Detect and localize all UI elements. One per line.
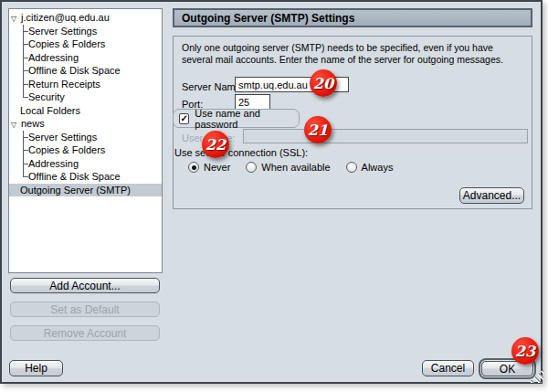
tree-item-outgoing-server-smtp[interactable]: Outgoing Server (SMTP) [9, 184, 162, 197]
callout-badge-23: 23 [511, 337, 539, 365]
tree-item-label: Copies & Folders [28, 144, 105, 155]
tree-item-addressing[interactable]: Addressing [9, 51, 162, 65]
tree-item-label: news [21, 118, 45, 129]
tree-item-label: Offline & Disk Space [28, 171, 121, 182]
ssl-radio-always[interactable] [346, 162, 357, 173]
ssl-radio-group: Never When available Always [188, 161, 393, 174]
tree-item-label: Security [28, 91, 65, 102]
tree-item-offline-disk-space[interactable]: Offline & Disk Space [9, 64, 162, 78]
accounts-tree-panel: ▽j.citizen@uq.edu.au Server Settings Cop… [8, 8, 163, 273]
tree-item-label: Return Receipts [28, 79, 100, 90]
tree-item-copies-folders[interactable]: Copies & Folders [9, 37, 162, 51]
ssl-radio-never[interactable] [188, 162, 199, 173]
account-settings-dialog: ▽j.citizen@uq.edu.au Server Settings Cop… [0, 0, 543, 384]
panel-header: Outgoing Server (SMTP) Settings [173, 8, 532, 27]
ssl-radio-when-available[interactable] [246, 162, 257, 173]
panel-title: Outgoing Server (SMTP) Settings [182, 12, 354, 25]
tree-item-security[interactable]: Security [9, 90, 162, 104]
advanced-button[interactable]: Advanced... [459, 187, 524, 204]
use-name-password-group: ✓ Use name and password [173, 109, 300, 128]
tree-item-label: Addressing [28, 52, 79, 63]
tree-item-return-receipts[interactable]: Return Receipts [9, 78, 162, 91]
use-name-password-label: Use name and password [195, 108, 299, 130]
user-name-input [243, 129, 528, 143]
checkmark-icon: ✓ [180, 114, 187, 123]
tree-item-label: j.citizen@uq.edu.au [21, 12, 110, 23]
callout-badge-21: 21 [304, 116, 332, 143]
tree-item-label: Server Settings [28, 26, 97, 37]
tree-item-local-folders[interactable]: Local Folders [9, 104, 162, 118]
tree-item-news-addressing[interactable]: Addressing [9, 157, 162, 171]
tree-item-label: Copies & Folders [28, 38, 105, 49]
tree-item-news-root[interactable]: ▽news [9, 117, 162, 131]
callout-badge-20: 20 [310, 69, 337, 97]
ssl-label: Use secure connection (SSL): [174, 147, 308, 158]
smtp-description-text: Only one outgoing server (SMTP) needs to… [182, 42, 525, 66]
tree-item-news-copies-folders[interactable]: Copies & Folders [9, 143, 162, 157]
tree-item-label: Local Folders [20, 105, 80, 116]
ssl-radio-when-available-label: When available [261, 162, 330, 173]
add-account-button[interactable]: Add Account... [10, 278, 160, 293]
tree-item-label: Server Settings [28, 132, 97, 143]
remove-account-button: Remove Account [10, 325, 160, 341]
callout-badge-22: 22 [202, 131, 229, 158]
set-as-default-button: Set as Default [10, 302, 160, 317]
cancel-button[interactable]: Cancel [422, 360, 474, 376]
tree-item-account-root[interactable]: ▽j.citizen@uq.edu.au [9, 11, 162, 25]
use-name-password-checkbox[interactable]: ✓ [179, 113, 189, 124]
accounts-tree: ▽j.citizen@uq.edu.au Server Settings Cop… [9, 9, 162, 196]
tree-item-label: Outgoing Server (SMTP) [20, 185, 131, 196]
radio-selected-dot [192, 165, 196, 170]
help-button[interactable]: Help [9, 360, 63, 376]
ssl-radio-always-label: Always [362, 162, 394, 173]
tree-item-news-server-settings[interactable]: Server Settings [9, 131, 162, 144]
tree-item-news-offline-disk-space[interactable]: Offline & Disk Space [9, 170, 162, 184]
tree-item-label: Addressing [28, 158, 79, 169]
tree-item-label: Offline & Disk Space [28, 65, 121, 76]
tree-item-server-settings[interactable]: Server Settings [9, 25, 162, 38]
ssl-radio-never-label: Never [204, 162, 230, 173]
